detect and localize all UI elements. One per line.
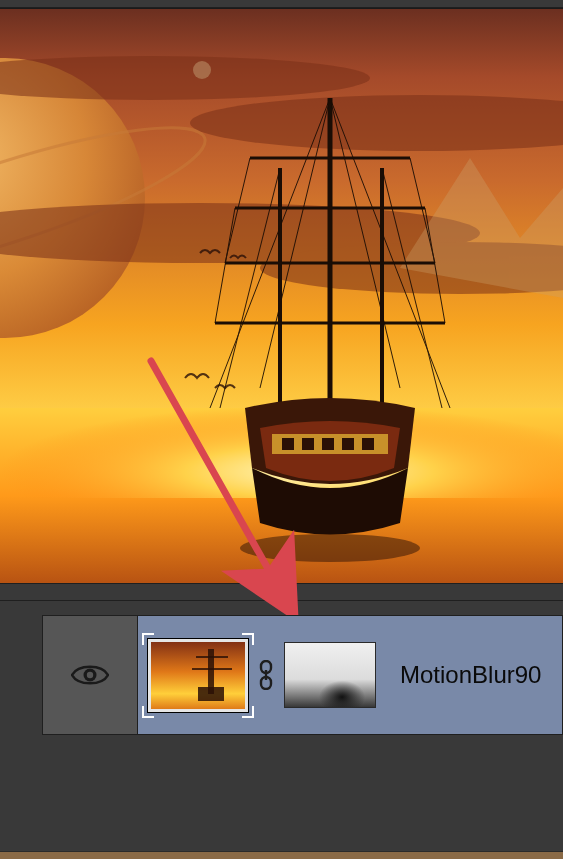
layer-content-area[interactable]: MotionBlur90 (138, 615, 563, 735)
layers-panel: MotionBlur90 (0, 601, 563, 741)
panel-empty-region (0, 741, 563, 851)
layer-visibility-toggle[interactable] (42, 615, 138, 735)
panel-divider (0, 583, 563, 601)
mask-thumbnail-image (285, 643, 376, 708)
link-icon-svg (258, 660, 274, 690)
window-chrome-strip (0, 0, 563, 8)
layer-mask-thumbnail[interactable] (284, 642, 376, 708)
svg-rect-48 (285, 643, 376, 708)
layer-thumbnail[interactable] (148, 639, 248, 712)
layer-row[interactable]: MotionBlur90 (42, 615, 563, 735)
canvas-border (0, 8, 563, 583)
thumbnail-selection-frame (148, 639, 248, 712)
eye-icon (71, 662, 109, 688)
link-icon[interactable] (258, 660, 274, 690)
status-bar-strip (0, 851, 563, 859)
svg-point-38 (87, 672, 93, 678)
document-canvas[interactable] (0, 8, 563, 583)
layer-name-label[interactable]: MotionBlur90 (400, 661, 541, 689)
